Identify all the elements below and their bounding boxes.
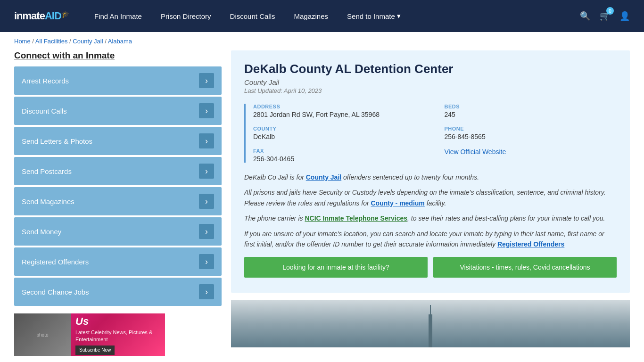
nav-magazines[interactable]: Magazines — [294, 12, 328, 20]
county-label: COUNTY — [253, 126, 426, 132]
sidebar: Connect with an Inmate Arrest Records › … — [14, 50, 222, 356]
sidebar-item-send-postcards[interactable]: Send Postcards › — [14, 157, 222, 185]
arrow-icon: › — [199, 284, 214, 299]
county-block: COUNTY DeKalb — [253, 126, 426, 140]
breadcrumb-home[interactable]: Home — [14, 38, 31, 45]
sidebar-item-arrest-records[interactable]: Arrest Records › — [14, 66, 222, 95]
ad-banner[interactable]: photo Us Latest Celebrity News, Pictures… — [14, 313, 165, 356]
address-label: ADDRESS — [253, 104, 426, 109]
address-value: 2801 Jordan Rd SW, Fort Payne, AL 35968 — [253, 111, 426, 118]
arrow-icon: › — [199, 194, 214, 209]
logo[interactable]: inmateAID🎓 — [14, 10, 75, 22]
beds-label: BEDS — [445, 104, 617, 109]
address-block: ADDRESS 2801 Jordan Rd SW, Fort Payne, A… — [253, 104, 426, 118]
sidebar-item-send-letters[interactable]: Send Letters & Photos › — [14, 127, 222, 155]
facility-type: County Jail — [244, 78, 617, 86]
phone-value: 256-845-8565 — [445, 133, 617, 140]
main-nav: Find An Inmate Prison Directory Discount… — [94, 12, 561, 20]
facility-photo-inner — [231, 300, 630, 347]
cart-badge: 0 — [606, 7, 614, 15]
phone-block: PHONE 256-845-8565 — [445, 126, 617, 140]
facility-name: DeKalb County AL Detention Center — [244, 62, 617, 76]
facility-card: DeKalb County AL Detention Center County… — [231, 50, 630, 293]
facility-info-grid: ADDRESS 2801 Jordan Rd SW, Fort Payne, A… — [244, 104, 617, 163]
sidebar-menu: Arrest Records › Discount Calls › Send L… — [14, 66, 222, 306]
tower-silhouette — [429, 314, 432, 347]
cart-icon[interactable]: 🛒 0 — [600, 11, 610, 21]
desc-p1: DeKalb Co Jail is for County Jail offend… — [244, 172, 617, 182]
description-section: DeKalb Co Jail is for County Jail offend… — [244, 172, 617, 249]
county-jail-link[interactable]: County Jail — [306, 173, 341, 181]
site-header: inmateAID🎓 Find An Inmate Prison Directo… — [0, 0, 644, 32]
ad-text: Us Latest Celebrity News, Pictures & Ent… — [71, 313, 165, 356]
beds-value: 245 — [445, 111, 617, 118]
fax-value: 256-304-0465 — [253, 155, 426, 163]
user-icon[interactable]: 👤 — [619, 11, 630, 21]
arrow-icon: › — [199, 73, 214, 88]
sidebar-title: Connect with an Inmate — [14, 50, 222, 61]
phone-label: PHONE — [445, 126, 617, 132]
ncic-link[interactable]: NCIC Inmate Telephone Services — [305, 214, 407, 222]
nav-find-inmate[interactable]: Find An Inmate — [94, 12, 142, 20]
nav-send-to-inmate[interactable]: Send to Inmate ▾ — [347, 12, 401, 20]
main-layout: Connect with an Inmate Arrest Records › … — [0, 50, 644, 356]
sidebar-item-registered-offenders[interactable]: Registered Offenders › — [14, 247, 222, 276]
action-buttons: Looking for an inmate at this facility? … — [244, 257, 617, 278]
nav-prison-directory[interactable]: Prison Directory — [161, 12, 211, 20]
breadcrumb: Home / All Facilities / County Jail / Al… — [0, 32, 644, 50]
arrow-icon: › — [199, 254, 214, 269]
visitation-button[interactable]: Visitations - times, rules, Covid cancel… — [433, 257, 617, 278]
fax-label: FAX — [253, 148, 426, 154]
ad-image: photo — [14, 313, 71, 356]
breadcrumb-all-facilities[interactable]: All Facilities — [35, 38, 68, 45]
facility-photo — [231, 300, 630, 347]
website-link[interactable]: View Official Website — [445, 148, 506, 156]
nav-discount-calls[interactable]: Discount Calls — [230, 12, 275, 20]
breadcrumb-state[interactable]: Alabama — [108, 38, 132, 45]
registered-offenders-link[interactable]: Registered Offenders — [497, 240, 564, 248]
arrow-icon: › — [199, 164, 214, 179]
website-block: View Official Website — [445, 148, 617, 163]
county-value: DeKalb — [253, 133, 426, 140]
main-content: DeKalb County AL Detention Center County… — [231, 50, 630, 356]
header-icons: 🔍 🛒 0 👤 — [580, 11, 630, 21]
facility-updated: Last Updated: April 10, 2023 — [244, 87, 617, 94]
sidebar-item-send-magazines[interactable]: Send Magazines › — [14, 187, 222, 215]
arrow-icon: › — [199, 224, 214, 239]
arrow-icon: › — [199, 133, 214, 148]
county-medium-link[interactable]: County - medium — [371, 199, 424, 207]
beds-block: BEDS 245 — [445, 104, 617, 118]
arrow-icon: › — [199, 103, 214, 118]
desc-p2: All prisons and jails have Security or C… — [244, 187, 617, 208]
desc-p3: The phone carrier is NCIC Inmate Telepho… — [244, 213, 617, 223]
fax-block: FAX 256-304-0465 — [253, 148, 426, 163]
desc-p4: If you are unsure of your inmate's locat… — [244, 229, 617, 250]
find-inmate-button[interactable]: Looking for an inmate at this facility? — [244, 257, 428, 278]
search-icon[interactable]: 🔍 — [580, 11, 590, 21]
sidebar-item-second-chance-jobs[interactable]: Second Chance Jobs › — [14, 278, 222, 306]
sidebar-item-discount-calls[interactable]: Discount Calls › — [14, 97, 222, 125]
sidebar-item-send-money[interactable]: Send Money › — [14, 217, 222, 246]
breadcrumb-county-jail[interactable]: County Jail — [73, 38, 103, 45]
